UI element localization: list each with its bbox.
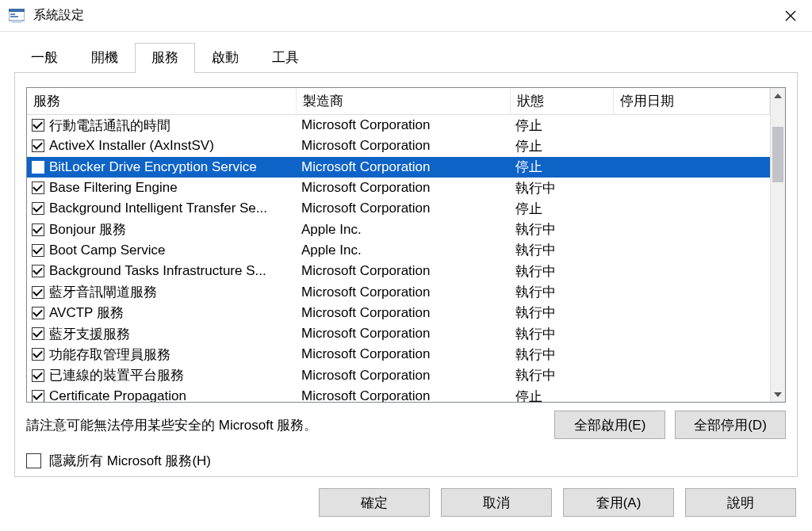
svg-rect-2: [10, 13, 15, 15]
msconfig-window: 系統設定 一般開機服務啟動工具 服務 製造商 狀態 停用日期 行動電話通訊的時間…: [0, 0, 812, 531]
hide-ms-label: 隱藏所有 Microsoft 服務(H): [49, 452, 211, 470]
service-name: 藍牙支援服務: [49, 325, 130, 343]
service-status: 執行中: [511, 366, 614, 384]
list-rows: 行動電話通訊的時間Microsoft Corporation停止ActiveX …: [27, 115, 770, 402]
help-button[interactable]: 說明: [685, 488, 796, 517]
service-status: 執行中: [511, 325, 614, 343]
service-checkbox[interactable]: [32, 348, 44, 361]
window-title: 系統設定: [33, 7, 84, 24]
service-checkbox[interactable]: [32, 307, 44, 319]
service-checkbox[interactable]: [32, 390, 44, 402]
scroll-up-button[interactable]: [771, 88, 785, 103]
service-name: ActiveX Installer (AxInstSV): [49, 138, 214, 154]
service-manufacturer: Microsoft Corporation: [297, 305, 511, 321]
service-name: AVCTP 服務: [49, 304, 124, 322]
service-checkbox[interactable]: [32, 327, 44, 340]
service-name: BitLocker Drive Encryption Service: [49, 159, 257, 175]
service-checkbox[interactable]: [32, 244, 44, 257]
hide-ms-checkbox[interactable]: [26, 453, 41, 468]
service-status: 停止: [511, 137, 614, 155]
service-row[interactable]: BitLocker Drive Encryption ServiceMicros…: [27, 157, 770, 178]
service-row[interactable]: ActiveX Installer (AxInstSV)Microsoft Co…: [27, 136, 770, 156]
enable-all-button[interactable]: 全部啟用(E): [554, 411, 665, 439]
service-checkbox[interactable]: [32, 139, 44, 152]
service-name: 已連線的裝置平台服務: [49, 366, 184, 384]
dialog-footer: 確定 取消 套用(A) 說明: [0, 477, 812, 529]
service-row[interactable]: 行動電話通訊的時間Microsoft Corporation停止: [27, 115, 770, 136]
service-checkbox[interactable]: [32, 286, 44, 299]
tab-2[interactable]: 服務: [135, 43, 195, 74]
tab-0[interactable]: 一般: [14, 43, 75, 73]
disable-all-button[interactable]: 全部停用(D): [675, 411, 786, 439]
service-status: 停止: [511, 200, 614, 218]
service-name: Background Tasks Infrastructure S...: [49, 263, 266, 279]
service-status: 執行中: [511, 220, 614, 239]
service-status: 執行中: [511, 241, 614, 259]
service-name: Boot Camp Service: [49, 243, 165, 258]
service-status: 停止: [511, 388, 614, 403]
service-name: Background Intelligent Transfer Se...: [49, 201, 267, 216]
service-name: 藍牙音訊閘道服務: [49, 283, 157, 301]
service-row[interactable]: Bonjour 服務Apple Inc.執行中: [27, 219, 770, 239]
service-row[interactable]: AVCTP 服務Microsoft Corporation執行中: [27, 303, 770, 323]
service-row[interactable]: 藍牙音訊閘道服務Microsoft Corporation執行中: [27, 281, 770, 302]
service-checkbox[interactable]: [32, 223, 44, 236]
close-button[interactable]: [768, 0, 812, 32]
scroll-thumb[interactable]: [772, 127, 783, 182]
col-date-disabled[interactable]: 停用日期: [614, 88, 770, 114]
service-status: 執行中: [511, 283, 614, 301]
col-manufacturer[interactable]: 製造商: [297, 88, 511, 114]
ok-button[interactable]: 確定: [319, 488, 430, 517]
service-name: Base Filtering Engine: [49, 180, 178, 196]
service-manufacturer: Microsoft Corporation: [297, 368, 511, 384]
service-row[interactable]: Background Tasks Infrastructure S...Micr…: [27, 261, 770, 281]
security-note: 請注意可能無法停用某些安全的 Microsoft 服務。: [26, 416, 317, 434]
service-manufacturer: Microsoft Corporation: [297, 138, 511, 154]
service-manufacturer: Microsoft Corporation: [297, 263, 511, 279]
service-status: 執行中: [511, 346, 614, 364]
cancel-button[interactable]: 取消: [441, 488, 552, 517]
service-manufacturer: Microsoft Corporation: [297, 159, 511, 175]
service-manufacturer: Apple Inc.: [297, 222, 511, 238]
service-status: 執行中: [511, 304, 614, 322]
tab-4[interactable]: 工具: [255, 43, 316, 73]
service-checkbox[interactable]: [32, 181, 44, 194]
tab-1[interactable]: 開機: [75, 43, 135, 73]
col-status[interactable]: 狀態: [511, 88, 614, 114]
service-row[interactable]: 已連線的裝置平台服務Microsoft Corporation執行中: [27, 365, 770, 386]
tabstrip: 一般開機服務啟動工具: [0, 32, 812, 73]
scroll-track[interactable]: [771, 103, 785, 387]
vertical-scrollbar[interactable]: [770, 88, 785, 402]
svg-rect-1: [9, 9, 25, 12]
service-status: 執行中: [511, 179, 614, 197]
service-checkbox[interactable]: [32, 161, 44, 174]
service-name: 功能存取管理員服務: [49, 346, 170, 364]
col-service[interactable]: 服務: [27, 88, 297, 114]
titlebar: 系統設定: [0, 0, 812, 32]
apply-button[interactable]: 套用(A): [563, 488, 674, 517]
service-row[interactable]: 功能存取管理員服務Microsoft Corporation執行中: [27, 344, 770, 365]
tab-3[interactable]: 啟動: [195, 43, 255, 73]
service-name: Bonjour 服務: [49, 220, 126, 239]
service-row[interactable]: Certificate PropagationMicrosoft Corpora…: [27, 386, 770, 402]
service-checkbox[interactable]: [32, 202, 44, 215]
service-name: 行動電話通訊的時間: [49, 117, 170, 135]
service-row[interactable]: Background Intelligent Transfer Se...Mic…: [27, 198, 770, 219]
scroll-down-button[interactable]: [771, 387, 785, 402]
service-manufacturer: Microsoft Corporation: [297, 180, 511, 196]
service-name: Certificate Propagation: [49, 388, 186, 402]
svg-rect-3: [10, 16, 18, 17]
service-row[interactable]: Base Filtering EngineMicrosoft Corporati…: [27, 178, 770, 198]
service-status: 執行中: [511, 262, 614, 281]
service-manufacturer: Microsoft Corporation: [297, 326, 511, 342]
service-manufacturer: Microsoft Corporation: [297, 117, 511, 133]
service-checkbox[interactable]: [32, 119, 44, 132]
service-row[interactable]: 藍牙支援服務Microsoft Corporation執行中: [27, 323, 770, 344]
services-list: 服務 製造商 狀態 停用日期 行動電話通訊的時間Microsoft Corpor…: [26, 87, 786, 403]
services-panel: 服務 製造商 狀態 停用日期 行動電話通訊的時間Microsoft Corpor…: [14, 73, 798, 477]
service-manufacturer: Microsoft Corporation: [297, 388, 511, 402]
service-checkbox[interactable]: [32, 265, 44, 277]
service-row[interactable]: Boot Camp ServiceApple Inc.執行中: [27, 240, 770, 261]
service-checkbox[interactable]: [32, 369, 44, 382]
service-manufacturer: Apple Inc.: [297, 243, 511, 258]
